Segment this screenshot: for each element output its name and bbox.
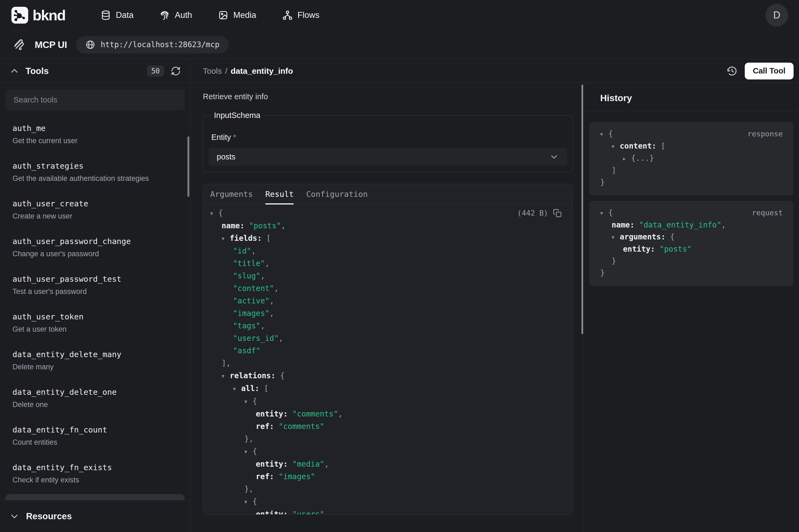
history-entry-response[interactable]: ▼{response▼content: [▶{...}]}	[589, 122, 794, 195]
globe-icon	[85, 40, 95, 50]
json-line: entity: "posts"	[600, 243, 783, 255]
sidebar-scrollbar[interactable]	[187, 136, 189, 197]
json-string: "slug"	[233, 271, 260, 280]
expand-toggle-icon[interactable]: ▼	[233, 383, 241, 395]
json-punctuation: }	[600, 178, 605, 187]
json-key: relations:	[230, 371, 280, 380]
json-line: ▼content: [	[600, 140, 783, 152]
expand-toggle-icon[interactable]: ▼	[244, 496, 252, 508]
json-line: },	[210, 483, 562, 495]
result-tabs: ArgumentsResultConfiguration	[203, 184, 573, 204]
expand-toggle-icon[interactable]: ▼	[222, 370, 230, 382]
tool-list: auth_meGet the current userauth_strategi…	[5, 117, 185, 500]
json-punctuation: ,	[274, 284, 279, 293]
history-toggle-button[interactable]	[726, 65, 738, 77]
tool-list-item[interactable]: auth_strategiesGet the available authent…	[5, 155, 185, 189]
expand-toggle-icon[interactable]: ▼	[244, 445, 252, 458]
tool-list-item[interactable]: data_entity_delete_manyDelete many	[5, 343, 185, 378]
bknd-logo[interactable]: bknd	[11, 6, 65, 24]
json-punctuation: ],	[222, 359, 231, 368]
tools-count-badge: 50	[147, 65, 164, 77]
tool-list-item[interactable]: auth_meGet the current user	[5, 117, 185, 152]
tools-scroll-area: auth_meGet the current userauth_strategi…	[0, 83, 190, 500]
tool-description: Retrieve entity info	[203, 92, 573, 101]
result-card: ArgumentsResultConfiguration ▼{(442 B)na…	[203, 184, 573, 515]
expand-toggle-icon[interactable]: ▼	[222, 232, 230, 245]
copy-icon[interactable]	[553, 209, 562, 217]
history-json-viewer: ▼{requestname: "data_entity_info",▼argum…	[600, 207, 783, 279]
tool-list-item[interactable]: auth_user_tokenGet a user token	[5, 306, 185, 340]
history-header: History	[584, 83, 799, 111]
input-schema-fieldset: InputSchema Entity* posts	[203, 111, 573, 172]
nav-item-flows[interactable]: Flows	[282, 10, 320, 20]
mcp-ui-bar: MCP UI http://localhost:28623/mcp	[0, 31, 799, 59]
tab-configuration[interactable]: Configuration	[306, 184, 368, 204]
tool-list-item[interactable]: data_entity_infoRetrieve entity info	[5, 494, 185, 500]
json-key: name:	[612, 221, 639, 229]
server-url-pill[interactable]: http://localhost:28623/mcp	[76, 36, 229, 53]
json-punctuation: ,	[260, 271, 265, 280]
resources-section-header[interactable]: Resources	[0, 500, 190, 532]
json-string: "content"	[233, 284, 274, 293]
tool-description: Check if entity exists	[13, 476, 178, 484]
json-line: ▼arguments: {	[600, 231, 783, 243]
expand-toggle-icon[interactable]: ▼	[244, 395, 252, 408]
expand-toggle-icon[interactable]: ▼	[600, 128, 608, 140]
nav-item-data[interactable]: Data	[101, 10, 133, 20]
json-punctuation: ,	[270, 309, 274, 318]
history-title: History	[600, 93, 632, 103]
history-json-viewer: ▼{response▼content: [▶{...}]}	[600, 128, 783, 188]
json-line: ref: "images"	[210, 471, 562, 483]
json-line: ▼{	[210, 445, 562, 458]
json-line: }	[600, 267, 783, 279]
tool-list-item[interactable]: auth_user_password_testTest a user's pas…	[5, 268, 185, 302]
nav-item-label: Media	[233, 10, 256, 20]
tool-list-item[interactable]: auth_user_createCreate a new user	[5, 192, 185, 227]
json-punctuation: {	[670, 232, 674, 241]
breadcrumb-section[interactable]: Tools	[203, 66, 222, 76]
entity-select-value: posts	[217, 152, 235, 162]
json-punctuation: [	[266, 234, 271, 243]
json-line: entity: "media",	[210, 458, 562, 471]
tool-name: data_entity_fn_exists	[13, 463, 178, 472]
json-line-meta: request	[752, 207, 783, 219]
chevron-down-icon	[549, 152, 559, 162]
fingerprint-icon	[159, 10, 170, 20]
nav-item-auth[interactable]: Auth	[159, 10, 192, 20]
bknd-logo-icon	[11, 6, 29, 24]
json-key: entity:	[256, 510, 292, 515]
main-pane-scrollbar[interactable]	[582, 84, 583, 334]
json-punctuation: }	[612, 256, 616, 265]
tab-arguments[interactable]: Arguments	[210, 184, 253, 204]
tool-name: auth_user_password_change	[13, 237, 178, 246]
json-punctuation: [	[661, 141, 666, 151]
tool-list-item[interactable]: auth_user_password_changeChange a user's…	[5, 230, 185, 265]
refresh-tools-button[interactable]	[171, 66, 181, 76]
expand-toggle-icon[interactable]: ▼	[612, 140, 620, 152]
nav-item-media[interactable]: Media	[218, 10, 256, 20]
tools-section-header[interactable]: Tools 50	[0, 59, 190, 83]
expand-toggle-icon[interactable]: ▼	[210, 207, 218, 220]
tab-result[interactable]: Result	[265, 184, 294, 204]
search-tools-input[interactable]	[5, 90, 185, 110]
json-key: all:	[241, 384, 264, 393]
entity-select[interactable]: posts	[209, 148, 567, 166]
expand-toggle-icon[interactable]: ▶	[623, 153, 631, 165]
expand-toggle-icon[interactable]: ▼	[612, 231, 620, 243]
json-string: "id"	[233, 246, 251, 255]
tool-name: auth_strategies	[13, 162, 178, 171]
json-string: "comments"	[279, 422, 324, 431]
history-entry-request[interactable]: ▼{requestname: "data_entity_info",▼argum…	[589, 201, 794, 286]
tool-description: Test a user's password	[13, 287, 178, 296]
json-punctuation: [	[264, 384, 268, 393]
tool-description: Get a user token	[13, 325, 178, 334]
tool-list-item[interactable]: data_entity_delete_oneDelete one	[5, 381, 185, 415]
tool-name: data_entity_delete_many	[13, 350, 178, 359]
expand-toggle-icon[interactable]: ▼	[600, 207, 608, 219]
nav-item-label: Data	[116, 10, 133, 20]
json-string: "posts"	[660, 245, 691, 253]
tool-list-item[interactable]: data_entity_fn_countCount entities	[5, 419, 185, 453]
user-avatar[interactable]: D	[765, 4, 788, 26]
call-tool-button[interactable]: Call Tool	[745, 63, 794, 79]
tool-list-item[interactable]: data_entity_fn_existsCheck if entity exi…	[5, 456, 185, 491]
